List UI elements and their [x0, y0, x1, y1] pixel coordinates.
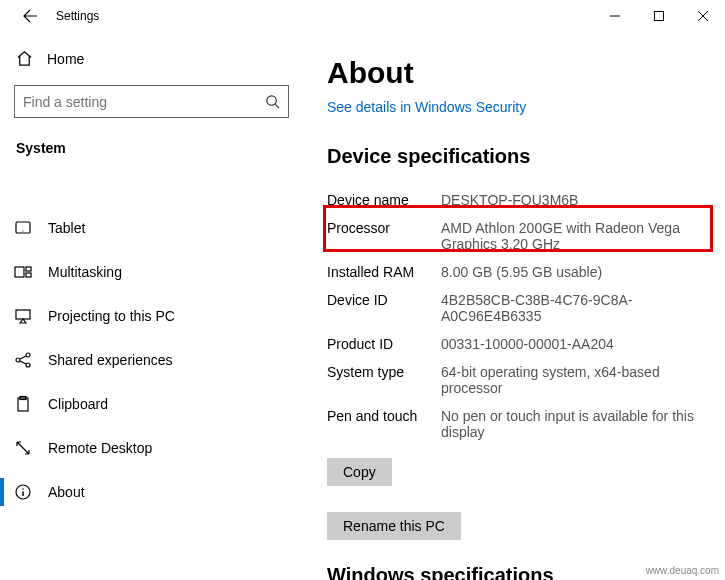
svg-rect-7	[16, 310, 30, 319]
device-spec-heading: Device specifications	[327, 145, 705, 168]
sidebar-home[interactable]: Home	[14, 44, 289, 75]
home-icon	[16, 50, 33, 67]
windows-security-link[interactable]: See details in Windows Security	[327, 99, 526, 115]
spec-table: Device name DESKTOP-FOU3M6B Processor AM…	[327, 188, 705, 444]
multitasking-icon	[14, 263, 32, 281]
back-button[interactable]	[14, 0, 46, 32]
close-button[interactable]	[681, 0, 725, 32]
sidebar-item-multitasking[interactable]: Multitasking	[14, 250, 289, 294]
about-icon	[14, 483, 32, 501]
sidebar-item-label: Multitasking	[48, 264, 122, 280]
shared-icon	[14, 351, 32, 369]
spec-row-ram: Installed RAM 8.00 GB (5.95 GB usable)	[327, 260, 705, 284]
svg-rect-5	[26, 267, 31, 271]
sidebar-item-label: Remote Desktop	[48, 440, 152, 456]
spec-row-processor: Processor AMD Athlon 200GE with Radeon V…	[327, 216, 705, 256]
search-input[interactable]	[23, 94, 265, 110]
page-title: About	[327, 56, 705, 90]
titlebar: Settings	[0, 0, 725, 32]
sidebar-item-shared-experiences[interactable]: Shared experiences	[14, 338, 289, 382]
spec-row-device-name: Device name DESKTOP-FOU3M6B	[327, 188, 705, 212]
sidebar-item-tablet[interactable]: Tablet	[14, 206, 289, 250]
spec-label: Device ID	[327, 292, 437, 308]
window-controls	[593, 0, 725, 32]
svg-point-14	[22, 488, 24, 490]
sidebar-item-label: About	[48, 484, 85, 500]
svg-point-9	[26, 353, 30, 357]
sidebar: Home System Tablet Multitasking	[0, 32, 303, 580]
spec-value: 8.00 GB (5.95 GB usable)	[437, 264, 705, 280]
svg-point-8	[16, 358, 20, 362]
watermark: www.deuaq.com	[646, 565, 719, 576]
spec-row-productid: Product ID 00331-10000-00001-AA204	[327, 332, 705, 356]
spec-row-pentouch: Pen and touch No pen or touch input is a…	[327, 404, 705, 444]
sidebar-nav: Tablet Multitasking Projecting to this P…	[14, 206, 289, 514]
svg-point-1	[267, 96, 276, 105]
spec-label: Installed RAM	[327, 264, 437, 280]
sidebar-item-label: Projecting to this PC	[48, 308, 175, 324]
svg-point-3	[22, 230, 23, 231]
sidebar-item-projecting[interactable]: Projecting to this PC	[14, 294, 289, 338]
svg-rect-0	[655, 12, 664, 21]
spec-label: Product ID	[327, 336, 437, 352]
svg-rect-6	[26, 273, 31, 277]
minimize-button[interactable]	[593, 0, 637, 32]
sidebar-home-label: Home	[47, 51, 84, 67]
spec-row-systype: System type 64-bit operating system, x64…	[327, 360, 705, 400]
svg-point-10	[26, 363, 30, 367]
spec-value: AMD Athlon 200GE with Radeon Vega Graphi…	[437, 220, 705, 252]
maximize-icon	[654, 11, 664, 21]
window-title: Settings	[56, 9, 99, 23]
spec-value: 00331-10000-00001-AA204	[437, 336, 705, 352]
maximize-button[interactable]	[637, 0, 681, 32]
sidebar-item-label: Clipboard	[48, 396, 108, 412]
spec-value: No pen or touch input is available for t…	[437, 408, 705, 440]
spec-label: System type	[327, 364, 437, 380]
search-icon	[265, 94, 280, 109]
clipboard-icon	[14, 395, 32, 413]
rename-pc-button[interactable]: Rename this PC	[327, 512, 461, 540]
copy-button[interactable]: Copy	[327, 458, 392, 486]
svg-rect-4	[15, 267, 24, 277]
sidebar-item-label: Tablet	[48, 220, 85, 236]
tablet-icon	[14, 219, 32, 237]
spec-label: Device name	[327, 192, 437, 208]
spec-value: DESKTOP-FOU3M6B	[437, 192, 705, 208]
sidebar-heading: System	[14, 140, 289, 156]
sidebar-item-label: Shared experiences	[48, 352, 173, 368]
spec-row-deviceid: Device ID 4B2B58CB-C38B-4C76-9C8A-A0C96E…	[327, 288, 705, 328]
sidebar-item-about[interactable]: About	[14, 470, 289, 514]
main-content: About See details in Windows Security De…	[303, 32, 725, 580]
remote-desktop-icon	[14, 439, 32, 457]
close-icon	[698, 11, 708, 21]
minimize-icon	[610, 11, 620, 21]
sidebar-item-clipboard[interactable]: Clipboard	[14, 382, 289, 426]
spec-value: 4B2B58CB-C38B-4C76-9C8A-A0C96E4B6335	[437, 292, 705, 324]
projecting-icon	[14, 307, 32, 325]
spec-label: Processor	[327, 220, 437, 236]
arrow-left-icon	[22, 8, 38, 24]
sidebar-item-remote-desktop[interactable]: Remote Desktop	[14, 426, 289, 470]
search-box[interactable]	[14, 85, 289, 118]
spec-label: Pen and touch	[327, 408, 437, 424]
spec-value: 64-bit operating system, x64-based proce…	[437, 364, 705, 396]
